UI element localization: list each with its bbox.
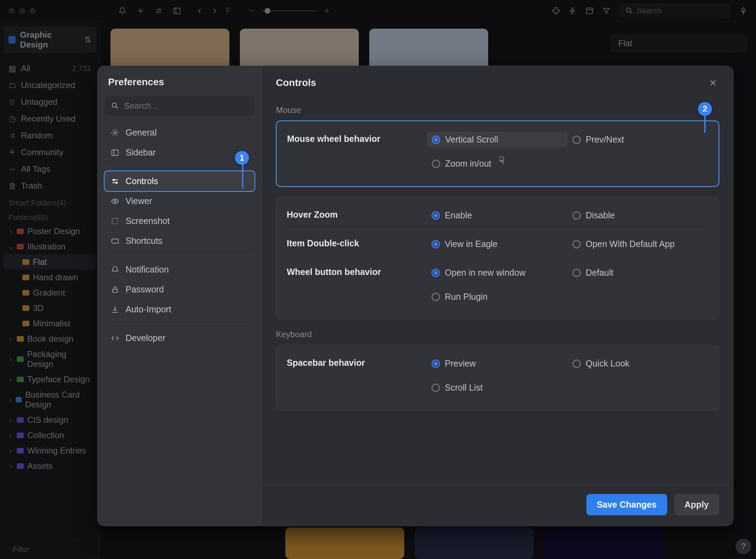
- help-button[interactable]: ?: [736, 539, 751, 554]
- svg-rect-5: [112, 150, 118, 155]
- radio-icon: [432, 269, 440, 277]
- sliders-icon: [111, 177, 119, 186]
- preferences-modal: Preferences General Sidebar Controls Vie…: [97, 66, 734, 526]
- nav-notification[interactable]: Notification: [105, 260, 255, 280]
- radio-icon: [432, 384, 440, 392]
- radio-icon: [432, 240, 440, 248]
- nav-screenshot[interactable]: Screenshot: [105, 211, 255, 231]
- cursor-icon: ☟: [499, 155, 505, 166]
- radio-icon: [572, 211, 581, 220]
- svg-rect-11: [113, 289, 117, 292]
- mouse-wheel-card: Mouse wheel behavior Vertical Scroll Pre…: [276, 121, 719, 187]
- section-mouse: Mouse: [276, 105, 719, 115]
- opt-quick-look[interactable]: Quick Look: [568, 356, 708, 371]
- radio-icon: [432, 293, 440, 301]
- label-mouse-wheel: Mouse wheel behavior: [287, 132, 427, 144]
- svg-point-3: [112, 103, 116, 107]
- code-icon: [111, 334, 119, 342]
- label-spacebar: Spacebar behavior: [287, 356, 427, 368]
- radio-icon: [432, 211, 440, 220]
- callout-connector: [704, 111, 706, 133]
- keyboard-card: Spacebar behavior Preview Quick Look Scr…: [276, 345, 719, 411]
- opt-new-window[interactable]: Open in new window: [427, 265, 568, 281]
- section-keyboard: Keyboard: [276, 329, 719, 339]
- radio-icon: [572, 269, 581, 277]
- opt-run-plugin[interactable]: Run Plugin: [427, 289, 568, 305]
- close-icon: [709, 79, 717, 87]
- nav-password[interactable]: Password: [105, 280, 255, 299]
- opt-hz-disable[interactable]: Disable: [568, 208, 708, 223]
- screenshot-icon: [111, 217, 119, 225]
- lock-icon: [111, 285, 119, 294]
- panel-title: Controls: [276, 77, 316, 88]
- opt-vertical-scroll[interactable]: Vertical Scroll: [427, 132, 568, 147]
- gear-icon: [111, 129, 119, 137]
- opt-default-app[interactable]: Open With Default App: [568, 236, 708, 252]
- opt-scroll-list[interactable]: Scroll List: [427, 380, 568, 395]
- opt-preview[interactable]: Preview: [427, 356, 568, 371]
- radio-icon: [572, 360, 581, 368]
- eye-icon: [111, 197, 119, 205]
- panel-header: Controls: [262, 66, 733, 99]
- download-icon: [111, 305, 119, 314]
- search-icon: [111, 102, 119, 110]
- callout-connector: [242, 161, 243, 189]
- keyboard-icon: [111, 237, 119, 245]
- radio-icon: [432, 136, 440, 144]
- modal-footer: Save Changes Apply: [262, 485, 733, 526]
- nav-sidebar[interactable]: Sidebar: [105, 143, 255, 162]
- label-double-click: Item Double-click: [287, 236, 427, 248]
- apply-button[interactable]: Apply: [674, 494, 719, 515]
- opt-hz-enable[interactable]: Enable: [427, 208, 568, 223]
- svg-point-4: [114, 132, 116, 134]
- sidebar-icon: [111, 148, 119, 157]
- preferences-search-input[interactable]: [124, 101, 248, 111]
- preferences-title: Preferences: [105, 77, 255, 96]
- preferences-sidebar: Preferences General Sidebar Controls Vie…: [98, 66, 262, 526]
- radio-icon: [572, 136, 581, 144]
- svg-point-8: [114, 200, 116, 202]
- preferences-search[interactable]: [105, 96, 255, 116]
- opt-prev-next[interactable]: Prev/Next: [568, 132, 708, 147]
- opt-default[interactable]: Default: [568, 265, 708, 281]
- opt-zoom[interactable]: Zoom in/out: [427, 156, 568, 172]
- close-button[interactable]: [707, 77, 719, 89]
- radio-icon: [432, 160, 440, 168]
- nav-general[interactable]: General: [105, 123, 255, 143]
- nav-auto-import[interactable]: Auto-Import: [105, 299, 255, 319]
- svg-rect-9: [112, 218, 118, 224]
- label-hover-zoom: Hover Zoom: [287, 208, 427, 220]
- radio-icon: [572, 240, 581, 248]
- bell-icon: [111, 266, 119, 274]
- opt-view-eagle[interactable]: View in Eagle: [427, 236, 568, 252]
- label-wheel-button: Wheel button behavior: [287, 265, 427, 277]
- svg-rect-10: [112, 239, 118, 243]
- save-button[interactable]: Save Changes: [586, 494, 667, 515]
- mouse-other-card: Hover Zoom Enable Disable Item Double-cl…: [276, 197, 719, 320]
- nav-controls[interactable]: Controls: [105, 171, 255, 191]
- radio-icon: [432, 360, 440, 368]
- nav-viewer[interactable]: Viewer: [105, 191, 255, 211]
- nav-developer[interactable]: Developer: [105, 328, 255, 348]
- nav-shortcuts[interactable]: Shortcuts: [105, 231, 255, 251]
